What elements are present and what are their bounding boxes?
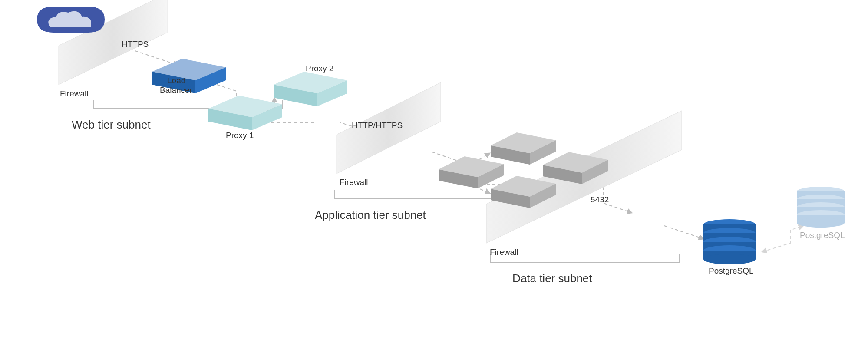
lb-label-2: Balancer: [160, 86, 193, 95]
proxy1-node: [208, 96, 282, 130]
port-label: 5432: [591, 195, 609, 204]
db-replica: [797, 187, 845, 228]
cloud-icon: [37, 7, 105, 33]
db-primary: [703, 219, 756, 264]
proxy1-label: Proxy 1: [226, 131, 254, 140]
db1-label: PostgreSQL: [709, 266, 754, 275]
data-tier-bracket: [491, 254, 680, 263]
firewall3-label: Firewall: [490, 248, 518, 257]
proxy2-label: Proxy 2: [306, 64, 333, 73]
proxy2-node: [274, 72, 347, 106]
app-tier-label: Application tier subnet: [315, 208, 426, 221]
firewall2-label: Firewall: [340, 178, 368, 187]
db2-label: PostgreSQL: [800, 231, 845, 240]
arrow-db-repl: [762, 226, 803, 252]
svg-point-38: [797, 218, 845, 228]
web-tier-label: Web tier subnet: [72, 118, 151, 131]
app-node-1: [439, 156, 504, 188]
svg-point-29: [703, 254, 756, 264]
data-tier-label: Data tier subnet: [512, 272, 592, 285]
arrow-fw3-db1: [664, 226, 703, 239]
architecture-diagram: HTTPS Firewall Load Balancer Proxy 1 Pro…: [0, 0, 868, 363]
app-node-2: [491, 132, 556, 165]
firewall1-label: Firewall: [60, 89, 88, 98]
https-label: HTTPS: [122, 40, 149, 49]
httphttps-label: HTTP/HTTPS: [352, 121, 403, 130]
lb-label-1: Load: [167, 76, 185, 85]
